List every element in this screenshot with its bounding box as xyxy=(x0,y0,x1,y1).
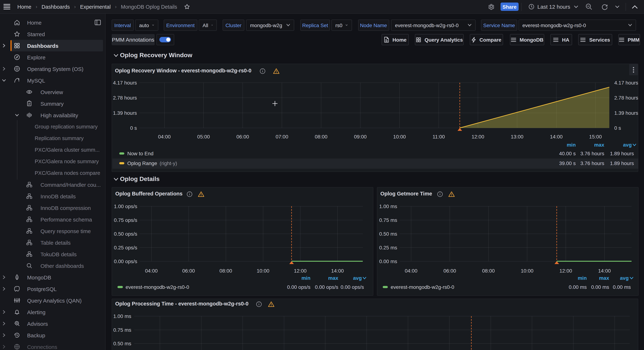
svg-text:04:00: 04:00 xyxy=(158,134,170,139)
svg-text:0.50 ops/s: 0.50 ops/s xyxy=(114,231,137,237)
svg-text:1.00 ms: 1.00 ms xyxy=(113,313,131,319)
svg-text:14:00: 14:00 xyxy=(331,268,344,274)
svg-text:1.39 hours: 1.39 hours xyxy=(614,110,638,116)
svg-text:08:00: 08:00 xyxy=(482,268,494,274)
svg-text:12:00: 12:00 xyxy=(472,134,484,139)
svg-text:09:00: 09:00 xyxy=(354,134,367,139)
svg-text:0.75 ms: 0.75 ms xyxy=(113,327,131,333)
svg-text:06:00: 06:00 xyxy=(443,268,456,274)
svg-text:13:00: 13:00 xyxy=(511,134,524,139)
svg-text:4.17 hours: 4.17 hours xyxy=(113,80,137,86)
svg-text:1.00 ops/s: 1.00 ops/s xyxy=(114,204,137,209)
svg-text:0.00 ms: 0.00 ms xyxy=(379,259,397,264)
svg-text:15:00: 15:00 xyxy=(589,134,602,139)
svg-text:05:00: 05:00 xyxy=(197,134,210,139)
svg-text:12:00: 12:00 xyxy=(294,268,306,274)
svg-text:0.25 ops/s: 0.25 ops/s xyxy=(114,245,137,250)
svg-text:10:00: 10:00 xyxy=(520,268,533,274)
svg-text:1.39 hours: 1.39 hours xyxy=(113,110,137,116)
svg-text:06:00: 06:00 xyxy=(236,134,249,139)
svg-text:14:00: 14:00 xyxy=(598,268,610,274)
svg-text:11:00: 11:00 xyxy=(432,134,445,139)
svg-text:07:00: 07:00 xyxy=(276,134,288,139)
svg-text:1.00 ms: 1.00 ms xyxy=(379,204,397,209)
svg-text:04:00: 04:00 xyxy=(404,268,417,274)
svg-text:0.00 ops/s: 0.00 ops/s xyxy=(114,259,137,264)
svg-text:10:00: 10:00 xyxy=(393,134,406,139)
svg-text:08:00: 08:00 xyxy=(219,268,232,274)
svg-text:2.78 hours: 2.78 hours xyxy=(113,95,137,101)
svg-text:10:00: 10:00 xyxy=(256,268,269,274)
svg-text:0 s: 0 s xyxy=(614,125,621,131)
svg-text:0.75 ops/s: 0.75 ops/s xyxy=(114,217,137,223)
svg-text:12:00: 12:00 xyxy=(559,268,572,274)
svg-text:0.75 ms: 0.75 ms xyxy=(379,217,397,223)
svg-text:04:00: 04:00 xyxy=(145,268,158,274)
svg-text:0 s: 0 s xyxy=(130,125,137,131)
svg-text:0.25 ms: 0.25 ms xyxy=(379,245,397,250)
svg-text:14:00: 14:00 xyxy=(550,134,562,139)
svg-text:08:00: 08:00 xyxy=(315,134,328,139)
svg-text:2.78 hours: 2.78 hours xyxy=(614,95,638,101)
svg-text:06:00: 06:00 xyxy=(182,268,195,274)
svg-text:4.17 hours: 4.17 hours xyxy=(614,80,638,86)
svg-text:0.50 ms: 0.50 ms xyxy=(113,341,131,346)
svg-text:0.50 ms: 0.50 ms xyxy=(379,231,397,237)
